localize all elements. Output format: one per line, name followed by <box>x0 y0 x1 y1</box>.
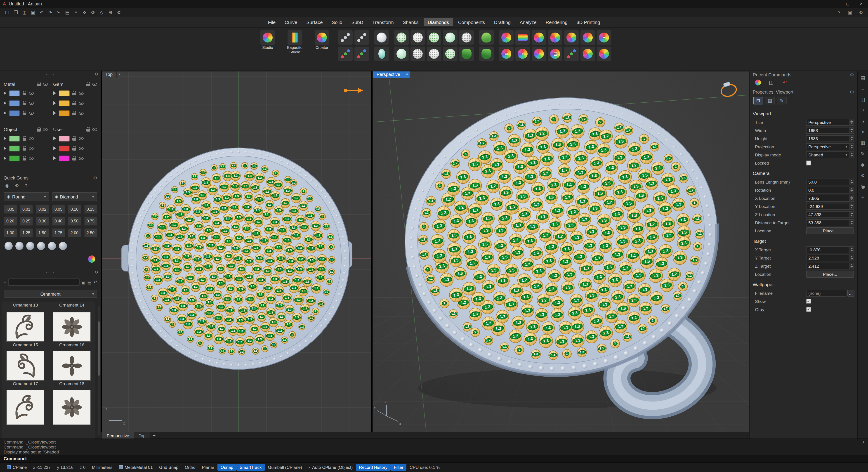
spinner[interactable] <box>849 127 854 134</box>
menu-components[interactable]: Components <box>454 18 489 26</box>
gem-cycle-icon[interactable]: ⟲ <box>13 182 20 189</box>
spin-up-icon[interactable] <box>850 120 853 122</box>
material-gem-row-3[interactable] <box>53 108 97 118</box>
spin-up-icon[interactable] <box>850 128 853 130</box>
gem-search-button[interactable]: ⌕ <box>515 46 530 61</box>
help-panel-icon[interactable]: ? <box>859 107 866 114</box>
viewport-top-menu[interactable]: ▾ <box>116 71 122 78</box>
status-planar[interactable]: Planar <box>199 464 217 471</box>
spin-down-icon[interactable] <box>850 182 853 184</box>
gem-size-1-25[interactable]: 1.25 <box>20 228 33 238</box>
viewport-perspective[interactable]: 1.21.31.31.31.31.31.31.31.31.31.31.31.31… <box>373 71 749 432</box>
gem-curve-button[interactable] <box>354 30 369 45</box>
lock-icon[interactable] <box>72 148 76 150</box>
options-icon[interactable]: ⚙ <box>115 8 123 16</box>
add-panel-panel-icon[interactable]: + <box>859 194 866 200</box>
settings-panel-icon[interactable]: ⚙ <box>859 172 866 179</box>
button-location[interactable]: Place... <box>806 271 854 277</box>
gem-cut-dropdown[interactable]: ◈ Diamond ▾ <box>52 192 97 201</box>
gem-size-0-01[interactable]: 0.01 <box>20 205 33 214</box>
eye-icon[interactable] <box>92 128 97 131</box>
lock-icon[interactable] <box>72 92 76 95</box>
gear-icon[interactable]: ⚙ <box>94 270 98 275</box>
button-location[interactable]: Place... <box>806 227 854 234</box>
material-metal-row-1[interactable] <box>4 88 48 98</box>
lock-icon[interactable] <box>72 112 76 115</box>
play-icon[interactable] <box>53 147 56 150</box>
lock-icon[interactable] <box>23 92 26 95</box>
status-grid-snap[interactable]: Grid Snap <box>156 464 182 471</box>
tool-creator[interactable]: Creator <box>311 30 333 70</box>
maximize-button[interactable]: ▢ <box>841 0 855 8</box>
export-icon[interactable]: ▣ <box>29 8 37 16</box>
status-auto-cplane-object[interactable]: ●Auto CPlane (Object) <box>305 464 356 471</box>
layers-panel-icon[interactable]: ≡ <box>859 86 866 92</box>
library-item-partial-2[interactable] <box>50 390 94 425</box>
command-prompt[interactable]: Command: <box>0 455 868 462</box>
gem-size-2-00[interactable]: 2.00 <box>68 228 81 238</box>
undo-icon[interactable]: ↶ <box>38 8 45 16</box>
menu-3d-printing[interactable]: 3D Printing <box>572 18 604 26</box>
cabochon-button[interactable] <box>374 46 389 61</box>
perspective-viewport-canvas[interactable]: 1.21.31.31.31.31.31.31.31.31.31.31.31.31… <box>373 71 749 432</box>
menu-surface[interactable]: Surface <box>302 18 327 26</box>
spinner[interactable] <box>849 219 854 226</box>
input-lens-length-mm[interactable]: 50.0 <box>806 178 849 185</box>
display-tab[interactable]: ✎ <box>777 97 786 104</box>
gems-panel-icon[interactable]: ◆ <box>859 161 866 168</box>
eye-icon[interactable] <box>79 147 84 150</box>
gem-swap-button[interactable]: ⇄ <box>499 46 514 61</box>
properties-panel-icon[interactable]: ▤ <box>859 74 866 81</box>
gem-line-colored-button[interactable] <box>338 46 352 61</box>
eye-icon[interactable] <box>43 128 48 131</box>
color-swatch[interactable] <box>59 135 69 141</box>
lock-icon[interactable] <box>37 129 40 131</box>
eye-icon[interactable] <box>92 83 97 86</box>
gem-map-button[interactable] <box>548 30 562 45</box>
lock-icon[interactable] <box>72 102 76 105</box>
copy-icon[interactable]: ▤ <box>64 8 71 16</box>
gem-settings-button[interactable] <box>597 46 611 61</box>
materials-panel-icon[interactable]: ◑ <box>859 118 866 124</box>
gem-size-005[interactable]: .005 <box>4 205 17 214</box>
display-panel-icon[interactable]: ◫ <box>859 96 866 103</box>
input-z-target[interactable]: 2.412 <box>806 262 849 269</box>
viewport-top-title[interactable]: Top <box>102 71 116 78</box>
spin-up-icon[interactable] <box>850 221 853 222</box>
material-gem-row-1[interactable] <box>53 88 97 98</box>
spin-down-icon[interactable] <box>850 198 853 200</box>
library-item-partial-1[interactable] <box>4 390 47 425</box>
spin-up-icon[interactable] <box>850 264 853 265</box>
spin-up-icon[interactable] <box>850 188 853 189</box>
lock-icon[interactable] <box>72 138 76 140</box>
lock-icon[interactable] <box>23 112 26 115</box>
input-width[interactable]: 1658 <box>806 127 849 134</box>
spin-down-icon[interactable] <box>850 215 853 216</box>
library-thumb-partial-1[interactable] <box>6 390 44 425</box>
add-viewport-tab-button[interactable]: + <box>151 432 158 439</box>
material-user-row-1[interactable] <box>53 133 97 143</box>
spinner[interactable] <box>849 178 854 185</box>
eye-icon[interactable] <box>79 92 84 95</box>
play-icon[interactable] <box>53 156 56 160</box>
sync-icon[interactable]: ⟲ <box>857 8 864 16</box>
eye-icon[interactable] <box>79 157 84 160</box>
lock-icon[interactable] <box>23 158 26 160</box>
status-millimeters[interactable]: Millimeters <box>89 464 116 471</box>
spin-down-icon[interactable] <box>850 147 853 148</box>
save-command-button[interactable]: ◫ <box>767 79 776 86</box>
library-item-label-ornament-14[interactable]: Ornament 14 <box>50 303 94 308</box>
spin-up-icon[interactable] <box>850 204 853 206</box>
page-tab[interactable]: ▤ <box>765 97 775 104</box>
undo-command-button[interactable]: ↶ <box>780 79 789 86</box>
measure-icon[interactable]: ◇ <box>98 8 105 16</box>
gem-line-button[interactable] <box>338 30 352 45</box>
library-thumb-ornament-17[interactable] <box>6 351 44 381</box>
spinner[interactable] <box>849 135 854 142</box>
save-icon[interactable]: ◫ <box>21 8 28 16</box>
library-search-input[interactable] <box>8 279 79 286</box>
gem-bead-6[interactable] <box>59 242 67 250</box>
lock-icon[interactable] <box>23 148 26 150</box>
color-swatch[interactable] <box>9 145 20 151</box>
input-y-location[interactable]: -24.639 <box>806 203 849 210</box>
